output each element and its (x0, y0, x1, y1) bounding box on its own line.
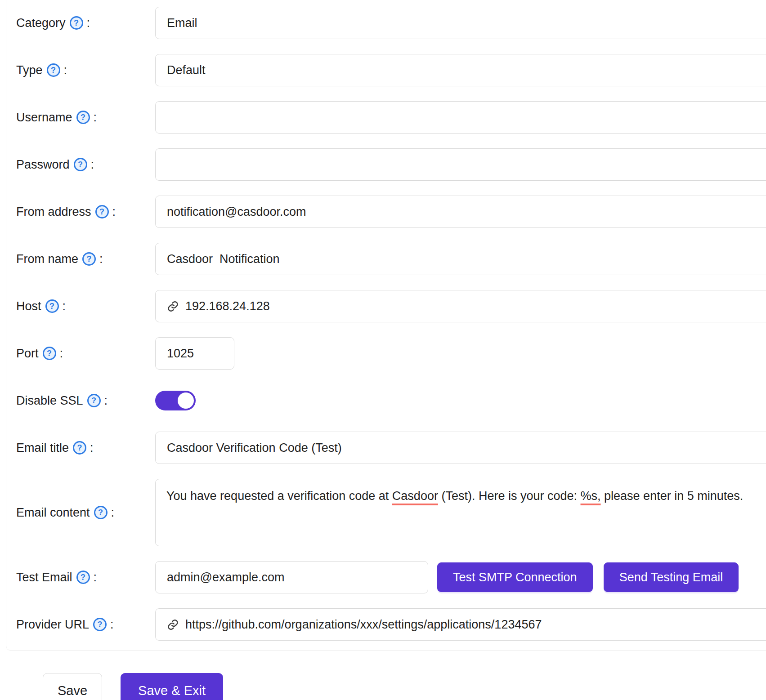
category-select[interactable] (155, 7, 766, 39)
email-title-label-text: Email title (16, 441, 69, 455)
row-test-email: Test Email ? : Test SMTP Connection Send… (16, 561, 766, 593)
disable-ssl-toggle[interactable] (155, 391, 196, 410)
row-password: Password ? : (16, 148, 766, 181)
row-username: Username ? : (16, 101, 766, 134)
save-button[interactable]: Save (43, 673, 102, 700)
help-icon[interactable]: ? (94, 506, 108, 519)
from-address-label: From address ? : (16, 205, 155, 219)
row-from-name: From name ? : (16, 243, 766, 275)
email-content-textarea[interactable]: You have requested a verification code a… (155, 479, 766, 546)
label-colon: : (111, 506, 115, 520)
label-colon: : (60, 347, 63, 361)
label-colon: : (91, 158, 94, 172)
disable-ssl-label: Disable SSL ? : (16, 394, 155, 408)
from-address-input[interactable] (155, 196, 766, 228)
help-icon[interactable]: ? (82, 252, 96, 266)
email-content-flagged-word: Casdoor (392, 489, 438, 503)
provider-url-label: Provider URL ? : (16, 618, 155, 632)
category-label-text: Category (16, 16, 66, 30)
row-email-content: Email content ? : You have requested a v… (16, 479, 766, 546)
port-label: Port ? : (16, 347, 155, 361)
port-label-text: Port (16, 347, 39, 361)
help-icon[interactable]: ? (76, 111, 90, 124)
test-email-label: Test Email ? : (16, 571, 155, 584)
email-title-label: Email title ? : (16, 441, 155, 455)
link-icon (167, 619, 179, 631)
row-provider-url: Provider URL ? : (16, 608, 766, 641)
host-input[interactable] (185, 291, 766, 321)
row-port: Port ? : (16, 337, 766, 370)
label-colon: : (112, 205, 116, 219)
label-colon: : (94, 571, 97, 584)
label-colon: : (94, 111, 97, 125)
type-label: Type ? : (16, 63, 155, 77)
host-label-text: Host (16, 299, 41, 313)
password-input[interactable] (155, 148, 766, 181)
provider-url-input-wrapper (155, 608, 766, 641)
from-name-input[interactable] (155, 243, 766, 275)
row-disable-ssl: Disable SSL ? : (16, 384, 766, 417)
row-category: Category ? : (16, 7, 766, 39)
host-label: Host ? : (16, 299, 155, 313)
help-icon[interactable]: ? (74, 158, 87, 171)
help-icon[interactable]: ? (95, 205, 109, 218)
label-colon: : (110, 618, 114, 632)
row-type: Type ? : (16, 54, 766, 86)
email-content-part3: please enter in 5 minutes. (601, 489, 744, 503)
type-select[interactable] (155, 54, 766, 86)
email-content-label-text: Email content (16, 506, 90, 520)
username-label: Username ? : (16, 111, 155, 125)
help-icon[interactable]: ? (76, 571, 90, 584)
email-content-part1: You have requested a verification code a… (166, 489, 392, 503)
provider-url-label-text: Provider URL (16, 618, 89, 632)
label-colon: : (63, 299, 66, 313)
form-actions: Save Save & Exit (43, 673, 223, 700)
label-colon: : (104, 394, 108, 408)
help-icon[interactable]: ? (45, 299, 59, 313)
test-smtp-connection-button[interactable]: Test SMTP Connection (437, 562, 593, 592)
from-address-label-text: From address (16, 205, 91, 219)
row-host: Host ? : (16, 290, 766, 322)
help-icon[interactable]: ? (93, 618, 107, 631)
help-icon[interactable]: ? (43, 347, 56, 360)
password-label: Password ? : (16, 158, 155, 172)
username-input[interactable] (155, 101, 766, 134)
row-from-address: From address ? : (16, 196, 766, 228)
email-content-flagged-token: %s, (581, 489, 601, 503)
help-icon[interactable]: ? (87, 394, 101, 407)
from-name-label: From name ? : (16, 252, 155, 266)
provider-url-input[interactable] (185, 610, 766, 639)
label-colon: : (99, 252, 103, 266)
email-title-input[interactable] (155, 432, 766, 464)
help-icon[interactable]: ? (73, 441, 86, 455)
help-icon[interactable]: ? (47, 63, 60, 77)
username-label-text: Username (16, 111, 72, 125)
disable-ssl-label-text: Disable SSL (16, 394, 83, 408)
row-email-title: Email title ? : (16, 432, 766, 464)
test-email-label-text: Test Email (16, 571, 72, 584)
provider-edit-card: Category ? : Type ? : Username ? : (6, 0, 766, 651)
label-colon: : (87, 16, 90, 30)
email-content-label: Email content ? : (16, 506, 155, 520)
toggle-knob (178, 392, 194, 409)
host-input-wrapper (155, 290, 766, 322)
label-colon: : (64, 63, 67, 77)
save-and-exit-button[interactable]: Save & Exit (121, 673, 223, 700)
type-label-text: Type (16, 63, 43, 77)
from-name-label-text: From name (16, 252, 78, 266)
test-email-input[interactable] (155, 561, 428, 593)
email-content-part2: (Test). Here is your code: (438, 489, 581, 503)
password-label-text: Password (16, 158, 70, 172)
label-colon: : (90, 441, 94, 455)
help-icon[interactable]: ? (70, 16, 83, 30)
category-label: Category ? : (16, 16, 155, 30)
port-input[interactable] (155, 337, 234, 370)
send-testing-email-button[interactable]: Send Testing Email (604, 562, 739, 592)
link-icon (167, 300, 179, 312)
